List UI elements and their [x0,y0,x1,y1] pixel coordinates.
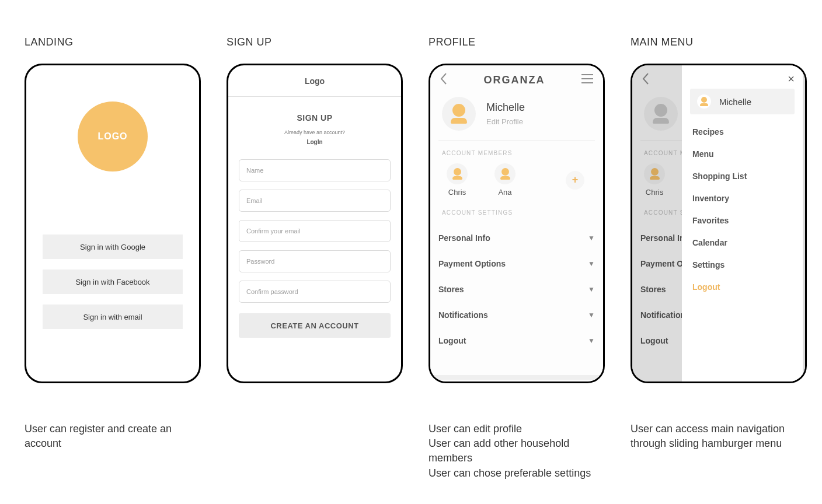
profile-frame: ORGANZA Michelle Edit Profile ACCOUNT ME… [429,64,605,383]
settings-label: Personal Info [438,233,490,243]
nav-item-inventory[interactable]: Inventory [692,194,792,203]
settings-row-payment[interactable]: Payment Options▼ [438,251,595,276]
landing-frame: LOGO Sign in with Google Sign in with Fa… [25,64,201,383]
profile-caption-2: User can add other household members [429,436,605,466]
chevron-down-icon: ▼ [588,311,595,319]
drawer-user-name: Michelle [719,97,751,107]
chevron-down-icon: ▼ [588,285,595,293]
nav-item-menu[interactable]: Menu [692,149,792,159]
landing-caption: User can register and create an account [25,422,201,451]
profile-caption-3: User can chose preferable settings [429,466,605,481]
email-field[interactable]: Email [239,190,391,212]
signup-top-label: Logo [228,65,401,97]
drawer-user-row[interactable]: Michelle [690,89,795,114]
settings-row-logout[interactable]: Logout▼ [438,328,595,354]
nav-item-favorites[interactable]: Favorites [692,216,792,225]
settings-row-notifications[interactable]: Notifications▼ [438,302,595,328]
signin-email-button[interactable]: Sign in with email [43,304,183,329]
logo-icon: LOGO [78,102,148,172]
login-link[interactable]: LogIn [306,139,322,145]
member-item[interactable]: Chris [447,163,468,197]
confirm-password-field[interactable]: Confirm password [239,281,391,303]
settings-row-personal[interactable]: Personal Info▼ [438,225,595,251]
confirm-email-field[interactable]: Confirm your email [239,220,391,242]
profile-name: Michelle [486,102,525,114]
screen-title-mainmenu: MAIN MENU [631,36,807,48]
member-name: Ana [498,188,511,197]
settings-label: Logout [438,336,466,345]
name-field[interactable]: Name [239,159,391,181]
create-account-button[interactable]: CREATE AN ACCOUNT [239,313,391,338]
nav-item-logout[interactable]: Logout [692,282,792,292]
screen-title-landing: LANDING [25,36,201,48]
profile-caption-1: User can edit profile [429,422,605,436]
password-field[interactable]: Password [239,250,391,272]
screen-title-profile: PROFILE [429,36,605,48]
nav-item-shopping-list[interactable]: Shopping List [692,172,792,181]
edit-profile-link[interactable]: Edit Profile [486,117,525,126]
signin-facebook-button[interactable]: Sign in with Facebook [43,270,183,294]
mainmenu-frame: ACCOUNT MEMBERS Chris ACCOUNT SETTINGS P… [631,64,807,383]
hamburger-icon[interactable] [581,74,594,86]
signin-google-button[interactable]: Sign in with Google [43,235,183,259]
nav-item-calendar[interactable]: Calendar [692,238,792,247]
chevron-down-icon: ▼ [588,337,595,345]
signup-frame: Logo SIGN UP Already have an account? Lo… [227,64,403,383]
member-name: Chris [448,188,466,197]
avatar-icon [447,163,468,184]
settings-label: Notifications [438,310,488,320]
nav-item-recipes[interactable]: Recipes [692,127,792,136]
avatar-icon [494,163,516,184]
avatar-icon [442,97,476,131]
members-section-label: ACCOUNT MEMBERS [430,141,603,162]
settings-row-stores[interactable]: Stores▼ [438,276,595,302]
avatar-icon [697,94,711,108]
member-item[interactable]: Ana [494,163,516,197]
settings-section-label: ACCOUNT SETTINGS [430,200,603,222]
plus-icon: + [566,171,584,190]
bottom-bar [432,375,601,380]
chevron-down-icon: ▼ [588,234,595,242]
signup-already-label: Already have an account? [284,130,345,135]
signup-heading: SIGN UP [297,113,332,123]
back-icon[interactable] [440,72,448,88]
logo-text: LOGO [97,131,127,142]
screen-title-signup: SIGN UP [227,36,403,48]
nav-item-settings[interactable]: Settings [692,260,792,270]
close-icon[interactable]: × [788,72,795,86]
chevron-down-icon: ▼ [588,260,595,268]
nav-drawer: × Michelle Recipes Menu Shopping List In… [682,65,803,382]
settings-label: Payment Options [438,259,506,268]
mainmenu-caption: User can access main navigation through … [631,422,807,451]
settings-label: Stores [438,285,464,294]
app-title: ORGANZA [484,74,545,86]
add-member-button[interactable]: + [566,171,584,190]
